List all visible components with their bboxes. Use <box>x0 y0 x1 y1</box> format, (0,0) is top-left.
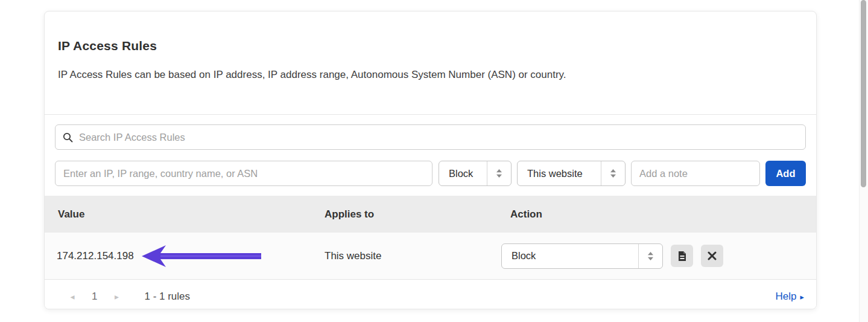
table-header: Value Applies to Action <box>45 196 816 233</box>
help-link-label: Help <box>776 291 797 303</box>
page-scrollbar-track[interactable] <box>859 0 868 322</box>
rules-count: 1 - 1 rules <box>144 291 190 303</box>
column-header-value: Value <box>45 208 325 221</box>
note-icon <box>677 251 687 262</box>
row-action-select[interactable]: Block <box>501 243 663 269</box>
page-number[interactable]: 1 <box>92 291 97 303</box>
card-footer: ◂ 1 ▸ 1 - 1 rules Help ▸ <box>45 279 816 309</box>
rule-value: 174.212.154.198 <box>57 250 134 262</box>
ip-access-rules-card: IP Access Rules IP Access Rules can be b… <box>44 11 817 309</box>
applies-to-select-value: This website <box>518 168 601 179</box>
stepper-icon <box>639 251 662 261</box>
rule-value-input[interactable] <box>55 161 432 186</box>
rule-applies-to: This website <box>325 250 501 262</box>
action-select-value: Block <box>439 168 487 179</box>
rule-value-cell: 174.212.154.198 <box>45 245 325 268</box>
column-header-action: Action <box>501 208 816 221</box>
edit-note-button[interactable] <box>671 245 693 267</box>
column-header-applies-to: Applies to <box>325 208 501 221</box>
x-icon <box>708 251 717 260</box>
search-box[interactable] <box>55 124 806 150</box>
pagination: ◂ 1 ▸ 1 - 1 rules <box>69 291 190 303</box>
stepper-icon <box>487 169 511 178</box>
annotation-arrow-icon <box>141 245 262 268</box>
add-button[interactable]: Add <box>765 161 806 186</box>
card-header: IP Access Rules IP Access Rules can be b… <box>45 11 816 114</box>
help-link[interactable]: Help ▸ <box>776 291 805 303</box>
add-rule-form: Block This website <box>55 161 806 186</box>
controls-section: Block This website <box>45 114 816 196</box>
page-title: IP Access Rules <box>58 39 803 53</box>
rule-action-cell: Block <box>501 243 816 269</box>
page-description: IP Access Rules can be based on IP addre… <box>58 69 803 81</box>
chevron-right-icon[interactable]: ▸ <box>113 292 120 301</box>
action-select[interactable]: Block <box>439 161 512 186</box>
note-input[interactable] <box>631 161 760 186</box>
search-input[interactable] <box>79 132 798 143</box>
search-icon <box>63 132 73 143</box>
chevron-left-icon[interactable]: ◂ <box>69 292 76 301</box>
table-row: 174.212.154.198 This website Block <box>45 233 816 279</box>
stepper-icon <box>601 169 625 178</box>
applies-to-select[interactable]: This website <box>517 161 626 186</box>
row-action-select-value: Block <box>502 250 638 262</box>
delete-rule-button[interactable] <box>701 245 723 267</box>
caret-right-icon: ▸ <box>800 292 804 301</box>
page-scrollbar-thumb[interactable] <box>861 0 866 187</box>
